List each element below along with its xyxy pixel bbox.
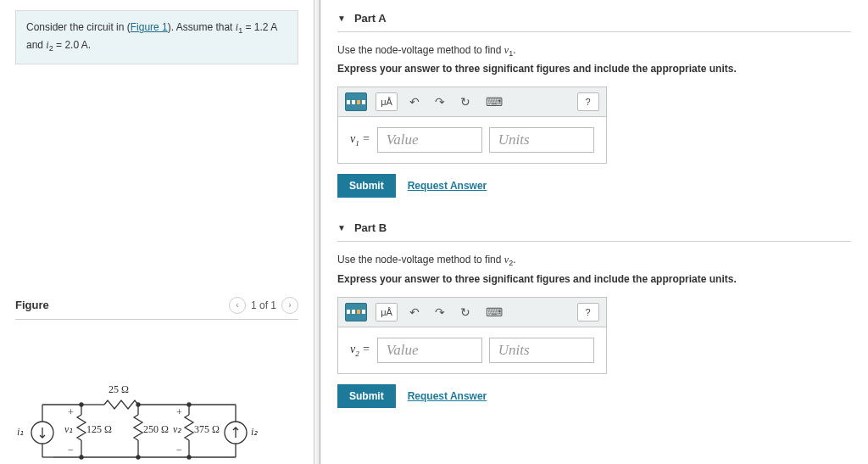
figure-pager: ‹ 1 of 1 › (229, 297, 298, 314)
svg-point-18 (80, 403, 83, 406)
column-divider[interactable] (314, 0, 320, 464)
i2-val: = 2.0 A. (53, 39, 91, 51)
part-a-header[interactable]: ▼ Part A (337, 3, 851, 32)
part-b-title: Part B (354, 221, 387, 234)
pb-instr-post: . (513, 254, 515, 266)
redo-icon[interactable]: ↷ (431, 95, 448, 109)
part-b-answer-box: μÅ ↶ ↷ ↻ ⌨ ? v2 = Value Units (337, 297, 607, 374)
pa-var-label: v1 = (350, 132, 370, 148)
value-input[interactable]: Value (377, 127, 482, 153)
help-button[interactable]: ? (577, 303, 599, 321)
keyboard-icon[interactable]: ⌨ (482, 95, 506, 109)
request-answer-link[interactable]: Request Answer (408, 180, 487, 192)
and-text: and (26, 39, 46, 51)
redo-icon[interactable]: ↷ (431, 305, 448, 319)
label-i1: i₁ (17, 426, 24, 439)
part-b-input-row: v2 = Value Units (338, 327, 606, 373)
i1-val: = 1.2 A (242, 21, 277, 33)
part-b-actions: Submit Request Answer (337, 384, 851, 408)
pager-text: 1 of 1 (251, 299, 276, 311)
part-a-answer-box: μÅ ↶ ↷ ↻ ⌨ ? v1 = Value Units (337, 87, 607, 164)
problem-text-1: Consider the circuit in ( (26, 21, 131, 33)
special-chars-button[interactable]: μÅ (376, 303, 398, 321)
part-b-toolbar: μÅ ↶ ↷ ↻ ⌨ ? (338, 298, 606, 327)
caret-down-icon: ▼ (337, 223, 346, 232)
part-b-bold: Express your answer to three significant… (337, 273, 851, 285)
pa-instr-pre: Use the node-voltage method to find (337, 44, 504, 56)
value-input[interactable]: Value (377, 338, 482, 363)
keyboard-icon[interactable]: ⌨ (482, 305, 506, 319)
label-v2: v₂ (173, 423, 181, 436)
problem-statement: Consider the circuit in (Figure 1). Assu… (15, 10, 298, 64)
units-input[interactable]: Units (489, 127, 594, 153)
figure-link[interactable]: Figure 1 (131, 21, 168, 33)
label-r3: 375 Ω (194, 423, 220, 436)
svg-point-20 (187, 403, 191, 406)
reset-icon[interactable]: ↻ (457, 305, 474, 319)
undo-icon[interactable]: ↶ (406, 95, 423, 109)
pager-next-button[interactable]: › (281, 297, 298, 314)
undo-icon[interactable]: ↶ (406, 305, 423, 319)
svg-point-19 (136, 403, 140, 406)
part-b-instruction: Use the node-voltage method to find v2. (337, 254, 851, 267)
label-plus-1: + (68, 406, 74, 419)
units-input[interactable]: Units (489, 338, 594, 363)
part-a-instruction: Use the node-voltage method to find v1. (337, 44, 851, 58)
special-chars-button[interactable]: μÅ (376, 92, 398, 111)
label-plus-2: + (176, 406, 182, 419)
part-a-title: Part A (354, 12, 387, 25)
part-a-toolbar: μÅ ↶ ↷ ↻ ⌨ ? (338, 87, 606, 117)
part-b-header[interactable]: ▼ Part B (337, 213, 851, 242)
submit-button[interactable]: Submit (337, 384, 396, 408)
circuit-diagram: 25 Ω 125 Ω 250 Ω 375 Ω v₁ v₂ i₁ i₂ + − +… (15, 379, 270, 464)
pager-prev-button[interactable]: ‹ (229, 297, 246, 314)
svg-point-23 (187, 456, 191, 459)
caret-down-icon: ▼ (337, 14, 346, 23)
request-answer-link[interactable]: Request Answer (408, 390, 487, 402)
label-minus-1: − (68, 444, 74, 456)
submit-button[interactable]: Submit (337, 174, 396, 198)
help-button[interactable]: ? (577, 92, 599, 111)
label-r2: 250 Ω (143, 423, 169, 436)
label-minus-2: − (176, 444, 182, 456)
part-a-actions: Submit Request Answer (337, 174, 851, 198)
svg-point-21 (80, 456, 83, 459)
template-button[interactable] (345, 303, 367, 321)
label-i2: i₂ (251, 426, 258, 439)
right-column: ▼ Part A Use the node-voltage method to … (320, 0, 868, 464)
svg-point-22 (136, 456, 140, 459)
label-r-top: 25 Ω (108, 383, 129, 396)
figure-header: Figure ‹ 1 of 1 › (15, 297, 298, 320)
part-a-bold: Express your answer to three significant… (337, 63, 851, 75)
figure-title: Figure (15, 299, 49, 311)
pa-instr-post: . (513, 44, 515, 56)
pb-instr-pre: Use the node-voltage method to find (337, 254, 504, 266)
reset-icon[interactable]: ↻ (457, 95, 474, 109)
left-column: Consider the circuit in (Figure 1). Assu… (0, 0, 314, 464)
part-a-input-row: v1 = Value Units (338, 117, 606, 163)
label-r1: 125 Ω (86, 423, 112, 436)
problem-text-2: ). Assume that (168, 21, 236, 33)
label-v1: v₁ (64, 423, 73, 436)
template-button[interactable] (345, 92, 367, 111)
pb-var-label: v2 = (350, 343, 370, 358)
